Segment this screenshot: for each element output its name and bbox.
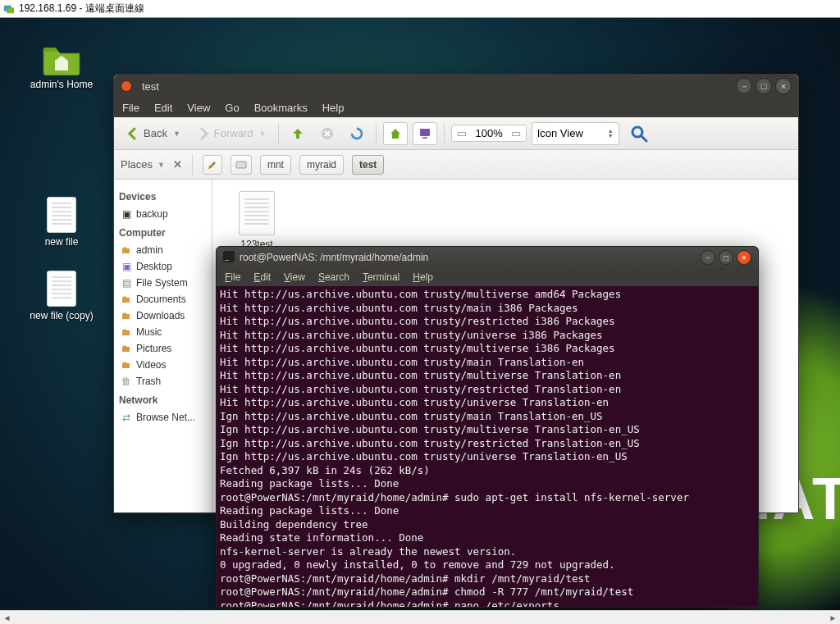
menu-bookmarks[interactable]: Bookmarks xyxy=(254,102,308,114)
sidebar-item-filesystem[interactable]: ▤File System xyxy=(119,275,207,291)
forward-button[interactable]: Forward ▼ xyxy=(191,122,272,145)
scroll-left-icon[interactable]: ◄ xyxy=(0,611,14,625)
desktop-icon-home[interactable]: admin's Home xyxy=(25,43,98,90)
sidebar-computer-head: Computer xyxy=(119,227,207,239)
sidebar-item-pictures[interactable]: 🖿Pictures xyxy=(119,340,207,357)
term-menu-terminal[interactable]: Terminal xyxy=(363,271,399,283)
stop-icon xyxy=(321,127,334,140)
term-menu-help[interactable]: Help xyxy=(413,271,433,283)
breadcrumb-test[interactable]: test xyxy=(352,155,384,175)
host-scrollbar[interactable]: ◄ ► xyxy=(0,610,840,624)
home-icon xyxy=(389,127,402,140)
sidebar-item-videos[interactable]: 🖿Videos xyxy=(119,357,207,373)
desktop-icon-label: new file (copy) xyxy=(25,310,98,321)
window-close-button[interactable]: × xyxy=(737,250,751,265)
fm-sidebar: Devices ▣backup Computer 🖿admin ▣Desktop… xyxy=(114,180,212,512)
sidebar-item-admin[interactable]: 🖿admin xyxy=(119,242,207,258)
breadcrumb-mnt[interactable]: mnt xyxy=(260,155,291,175)
close-panel-icon[interactable]: ✕ xyxy=(173,158,182,171)
places-text: Places xyxy=(121,158,153,171)
terminal-output[interactable]: Hit http://us.archive.ubuntu.com trusty/… xyxy=(217,286,758,607)
zoom-control[interactable]: ▭ 100% ▭ xyxy=(451,125,526,142)
window-maximize-button[interactable]: □ xyxy=(756,78,772,94)
scroll-track[interactable] xyxy=(14,611,826,625)
sidebar-item-label: Browse Net... xyxy=(136,412,195,423)
sidebar-item-desktop[interactable]: ▣Desktop xyxy=(119,258,207,275)
window-minimize-button[interactable]: － xyxy=(736,78,752,94)
up-button[interactable] xyxy=(285,122,310,145)
rdp-icon xyxy=(3,3,15,15)
sidebar-item-label: File System xyxy=(136,277,188,289)
path-root-button[interactable] xyxy=(231,155,252,175)
fm-menubar: File Edit View Go Bookmarks Help xyxy=(114,98,798,117)
svg-text:_: _ xyxy=(224,253,230,261)
drive-icon xyxy=(235,159,247,171)
terminal-icon: _ xyxy=(223,251,235,265)
desktop-icon-file[interactable]: new file xyxy=(25,197,98,248)
term-menu-view[interactable]: View xyxy=(284,271,305,283)
sidebar-item-label: Videos xyxy=(136,359,166,371)
chevron-right-icon xyxy=(197,127,210,140)
sidebar-item-music[interactable]: 🖿Music xyxy=(119,324,207,340)
scroll-right-icon[interactable]: ► xyxy=(826,611,840,625)
zoom-in-icon[interactable]: ▭ xyxy=(511,127,521,139)
view-select[interactable]: Icon View ▲▼ xyxy=(532,122,619,145)
menu-edit[interactable]: Edit xyxy=(154,102,172,114)
term-menu-edit[interactable]: Edit xyxy=(253,271,271,283)
pictures-icon: 🖿 xyxy=(121,343,132,354)
separator xyxy=(192,154,193,175)
sidebar-item-label: admin xyxy=(136,244,163,256)
stop-button[interactable] xyxy=(315,122,340,145)
fm-pathbar: Places ▼ ✕ mnt myraid test xyxy=(114,150,798,180)
sidebar-item-browse-network[interactable]: ⇄Browse Net... xyxy=(119,409,207,426)
fm-titlebar[interactable]: test － □ × xyxy=(114,75,798,98)
window-close-button[interactable]: × xyxy=(775,78,792,94)
menu-view[interactable]: View xyxy=(187,102,210,114)
sidebar-item-trash[interactable]: 🗑Trash xyxy=(119,373,207,389)
svg-rect-1 xyxy=(7,7,14,13)
zoom-out-icon[interactable]: ▭ xyxy=(457,127,467,139)
terminal-window[interactable]: _ root@PowerNAS: /mnt/myraid/home/admin … xyxy=(216,246,759,608)
file-icon xyxy=(47,271,76,307)
places-label[interactable]: Places ▼ xyxy=(121,158,165,171)
sidebar-item-downloads[interactable]: 🖿Downloads xyxy=(119,307,207,324)
spinner-icon: ▲▼ xyxy=(608,129,614,139)
menu-go[interactable]: Go xyxy=(225,102,239,114)
term-menu-search[interactable]: Search xyxy=(318,271,349,283)
file-icon xyxy=(47,197,76,233)
sidebar-item-label: Music xyxy=(136,326,162,338)
svg-line-6 xyxy=(641,136,646,141)
rdp-title: 192.168.1.69 - 遠端桌面連線 xyxy=(19,2,144,16)
search-button[interactable] xyxy=(624,122,654,145)
dropdown-icon: ▼ xyxy=(259,130,267,138)
sidebar-item-documents[interactable]: 🖿Documents xyxy=(119,291,207,307)
chevron-left-icon xyxy=(126,127,139,140)
reload-icon xyxy=(350,127,363,140)
arrow-up-icon xyxy=(291,127,304,140)
back-button[interactable]: Back ▼ xyxy=(121,122,186,145)
term-menu-file[interactable]: File xyxy=(225,271,240,283)
edit-path-button[interactable] xyxy=(203,155,222,175)
term-titlebar[interactable]: _ root@PowerNAS: /mnt/myraid/home/admin … xyxy=(217,247,758,268)
home-button[interactable] xyxy=(383,122,408,145)
term-menubar: File Edit View Search Terminal Help xyxy=(217,268,758,286)
file-item-123test[interactable]: 123test xyxy=(224,191,290,250)
desktop-icon-file-copy[interactable]: new file (copy) xyxy=(25,271,98,321)
window-minimize-button[interactable]: － xyxy=(701,250,715,265)
svg-rect-7 xyxy=(236,162,246,168)
svg-rect-3 xyxy=(420,129,430,136)
svg-rect-4 xyxy=(422,137,427,139)
sidebar-item-backup[interactable]: ▣backup xyxy=(119,206,207,222)
menu-help[interactable]: Help xyxy=(322,102,345,114)
crumb-label: test xyxy=(359,159,377,171)
breadcrumb-myraid[interactable]: myraid xyxy=(299,155,344,175)
sidebar-item-label: Downloads xyxy=(136,310,185,321)
folder-icon xyxy=(42,43,81,75)
computer-button[interactable] xyxy=(413,122,437,145)
window-close-button[interactable] xyxy=(121,80,132,92)
menu-file[interactable]: File xyxy=(122,102,139,114)
downloads-icon: 🖿 xyxy=(121,310,132,321)
desktop[interactable]: MAT admin's Home new file new file (copy… xyxy=(0,18,840,610)
reload-button[interactable] xyxy=(345,122,369,145)
window-maximize-button[interactable]: □ xyxy=(719,250,733,265)
